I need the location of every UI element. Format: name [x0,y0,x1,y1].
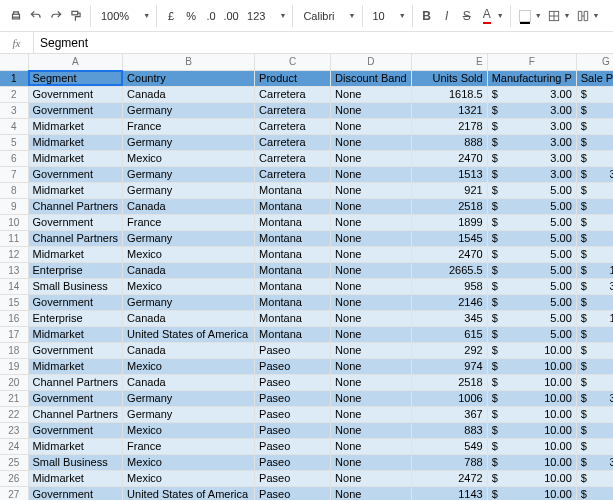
cell[interactable]: 549 [411,438,487,454]
cell[interactable]: Germany [123,390,255,406]
row-header[interactable]: 10 [0,214,28,230]
cell[interactable]: $20. [576,342,613,358]
font-size-select[interactable]: 10 [369,8,397,24]
cell[interactable]: None [331,198,412,214]
currency-pound-button[interactable]: £ [163,8,179,24]
cell[interactable]: 2518 [411,198,487,214]
merge-cells-button[interactable] [575,8,591,24]
row-header[interactable]: 20 [0,374,28,390]
cell[interactable]: 1899 [411,214,487,230]
cell[interactable]: 2518 [411,374,487,390]
column-header-A[interactable]: A [28,54,123,70]
paint-format-icon[interactable] [68,8,84,24]
cell[interactable]: $10.00 [487,374,576,390]
cell[interactable]: Germany [123,406,255,422]
cell[interactable]: $3.00 [487,86,576,102]
cell[interactable]: Enterprise [28,262,123,278]
row-header[interactable]: 15 [0,294,28,310]
cell[interactable]: Germany [123,182,255,198]
cell[interactable]: Government [28,294,123,310]
cell[interactable]: 615 [411,326,487,342]
cell[interactable]: $20. [576,86,613,102]
cell[interactable]: Montana [255,246,331,262]
zoom-select[interactable]: 100% [97,8,141,24]
undo-icon[interactable] [28,8,44,24]
cell[interactable]: United States of America [123,326,255,342]
cell[interactable]: $10.00 [487,358,576,374]
cell[interactable]: Canada [123,262,255,278]
cell[interactable]: None [331,246,412,262]
cell[interactable]: Midmarket [28,470,123,486]
cell[interactable]: Midmarket [28,182,123,198]
font-select[interactable]: Calibri [299,8,346,24]
cell[interactable]: None [331,182,412,198]
cell[interactable]: Midmarket [28,326,123,342]
cell[interactable]: Carretera [255,134,331,150]
cell[interactable]: $300. [576,278,613,294]
cell[interactable]: Government [28,166,123,182]
cell[interactable]: 2472 [411,470,487,486]
cell[interactable]: Paseo [255,470,331,486]
cell[interactable]: 1618.5 [411,86,487,102]
text-color-button[interactable]: A [479,8,495,24]
row-header[interactable]: 22 [0,406,28,422]
cell[interactable]: Midmarket [28,246,123,262]
cell[interactable]: $15. [576,182,613,198]
cell[interactable]: Channel Partners [28,198,123,214]
cell[interactable]: Midmarket [28,118,123,134]
cell[interactable]: Paseo [255,374,331,390]
row-header[interactable]: 21 [0,390,28,406]
row-header[interactable]: 6 [0,150,28,166]
cell[interactable]: Midmarket [28,150,123,166]
cell[interactable]: Canada [123,374,255,390]
row-header[interactable]: 18 [0,342,28,358]
cell[interactable]: $3.00 [487,150,576,166]
cell[interactable]: Germany [123,294,255,310]
cell[interactable]: 1513 [411,166,487,182]
cell[interactable]: 883 [411,422,487,438]
cell[interactable]: $5.00 [487,278,576,294]
increase-decimal-button[interactable]: .00 [223,8,239,24]
cell[interactable]: $12. [576,374,613,390]
cell[interactable]: 292 [411,342,487,358]
cell[interactable]: Midmarket [28,134,123,150]
cell[interactable]: $350. [576,166,613,182]
cell[interactable]: Germany [123,102,255,118]
header-cell[interactable]: Manufacturing P [487,70,576,86]
cell[interactable]: $15. [576,470,613,486]
cell[interactable]: Midmarket [28,438,123,454]
cell[interactable]: Government [28,422,123,438]
row-header[interactable]: 17 [0,326,28,342]
cell[interactable]: Montana [255,198,331,214]
decrease-decimal-button[interactable]: .0 [203,8,219,24]
cell[interactable]: $10.00 [487,406,576,422]
cell[interactable]: None [331,438,412,454]
cell[interactable]: Germany [123,230,255,246]
percent-button[interactable]: % [183,8,199,24]
cell[interactable]: Mexico [123,470,255,486]
cell[interactable]: None [331,102,412,118]
cell[interactable]: 367 [411,406,487,422]
row-header[interactable]: 25 [0,454,28,470]
header-cell[interactable]: Country [123,70,255,86]
cell[interactable]: None [331,278,412,294]
cell[interactable]: $10.00 [487,438,576,454]
row-header[interactable]: 1 [0,70,28,86]
cell[interactable]: None [331,214,412,230]
italic-button[interactable]: I [439,8,455,24]
cell[interactable]: France [123,438,255,454]
cell[interactable]: Paseo [255,406,331,422]
cell[interactable]: $7. [576,486,613,500]
cell[interactable]: 1545 [411,230,487,246]
spreadsheet-grid[interactable]: ABCDEFG 1SegmentCountryProductDiscount B… [0,54,613,500]
cell[interactable]: $3.00 [487,118,576,134]
cell[interactable]: $3.00 [487,102,576,118]
cell[interactable]: $15. [576,438,613,454]
cell[interactable]: Paseo [255,358,331,374]
row-header[interactable]: 23 [0,422,28,438]
cell[interactable]: Mexico [123,150,255,166]
cell[interactable]: Carretera [255,118,331,134]
cell[interactable]: Government [28,86,123,102]
cell[interactable]: $15. [576,246,613,262]
row-header[interactable]: 2 [0,86,28,102]
